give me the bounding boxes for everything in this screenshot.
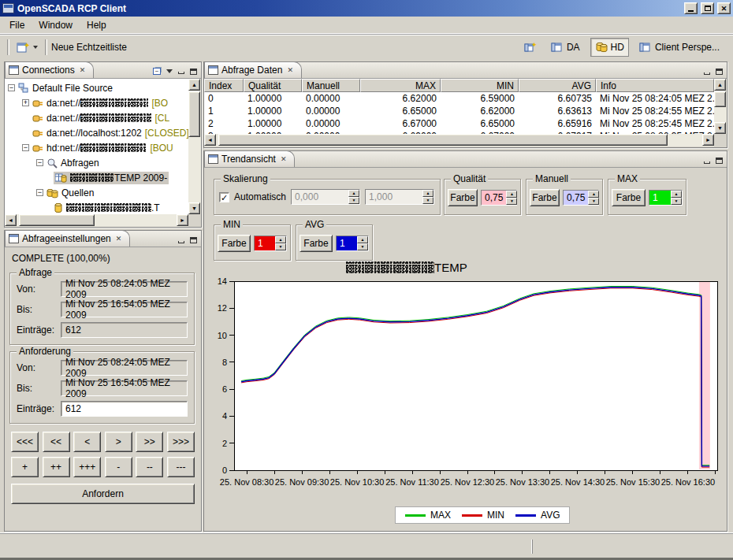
tree-item-temp-query[interactable]: TEMP 2009- [5,170,188,185]
tab-trendansicht[interactable]: Trendansicht ✕ [204,150,295,167]
expander-collapse-icon[interactable]: − [36,189,43,196]
spin-down-icon[interactable]: ▼ [275,243,286,250]
min-spinner[interactable]: 1 ▲▼ [254,235,287,251]
abfrage-eintraege-field[interactable]: 612 [61,322,188,338]
scroll-left-icon[interactable]: ◄ [204,134,216,146]
col-info[interactable]: Info [596,79,714,92]
nav-last-button[interactable]: >>> [167,432,195,452]
nav-back-button[interactable]: < [73,432,101,452]
avg-farbe-button[interactable]: Farbe [300,235,333,252]
expander-expand-icon[interactable]: + [22,99,29,106]
menu-window[interactable]: Window [32,18,79,32]
anforderung-eintraege-input[interactable]: 612 [61,401,188,417]
tree-item-abfragen[interactable]: − Abfragen [5,155,188,170]
dropdown-arrow-icon[interactable] [33,46,38,49]
zoom-out-3-button[interactable]: --- [167,457,195,477]
minimize-view-icon[interactable] [178,241,184,243]
avg-spinner[interactable]: 1 ▲▼ [336,235,369,251]
tree-item-quellen[interactable]: − Quellen [5,185,188,200]
automatisch-checkbox[interactable]: ✓ [219,192,229,202]
nav-fast-back-button[interactable]: << [43,432,70,452]
spin-up-icon[interactable]: ▲ [588,191,599,198]
zoom-out-button[interactable]: - [105,457,132,477]
anfordern-button[interactable]: Anfordern [11,484,195,504]
new-list-label[interactable]: Neue Echtzeitliste [51,42,127,53]
spin-down-icon[interactable]: ▼ [671,198,682,205]
perspective-client-button[interactable]: Client Perspe... [635,39,724,56]
qualitaet-farbe-button[interactable]: Farbe [448,189,478,206]
close-icon[interactable]: ✕ [80,66,86,74]
spin-down-icon[interactable]: ▼ [357,243,368,250]
scroll-right-icon[interactable]: ► [702,134,714,146]
expander-collapse-icon[interactable]: − [8,84,15,91]
anforderung-von-field[interactable]: Mi Nov 25 08:24:05 MEZ 2009 [61,360,188,376]
expander-collapse-icon[interactable]: − [22,144,29,151]
scroll-down-icon[interactable]: ▼ [188,202,200,214]
horizontal-scrollbar[interactable]: ◄ ► [204,134,714,146]
maximize-view-icon[interactable] [190,69,197,75]
scrollbar-thumb[interactable] [188,91,200,137]
scrollbar-thumb[interactable] [218,134,668,146]
nav-forward-button[interactable]: > [105,432,132,452]
tree-item-quelle-1[interactable]: .T [5,200,188,214]
col-manuell[interactable]: Manuell [302,79,360,92]
horizontal-scrollbar[interactable]: ◄ ► [5,214,188,227]
minimize-view-icon[interactable] [704,161,710,164]
table-row[interactable]: 0 1.00000 0.00000 6.62000 6.59000 6.6073… [204,92,714,105]
minimize-view-icon[interactable] [178,72,184,74]
max-spinner[interactable]: 1 ▲▼ [649,190,683,206]
vertical-scrollbar[interactable]: ▲ ▼ [714,79,727,134]
spin-up-icon[interactable]: ▲ [671,191,682,198]
close-button[interactable]: ✕ [717,2,731,14]
tree-item-hd-connection[interactable]: − hd:net:// [BOU [5,140,188,155]
scroll-right-icon[interactable]: ► [177,214,188,226]
new-perspective-button[interactable]: ✦ [520,39,541,56]
zoom-in-3-button[interactable]: +++ [73,457,101,477]
new-list-button[interactable]: ✦ [13,39,41,55]
col-max[interactable]: MAX [360,79,441,92]
expander-collapse-icon[interactable]: − [36,159,43,166]
tab-abfrage-daten[interactable]: Abfrage Daten ✕ [204,61,302,78]
close-icon[interactable]: ✕ [116,235,122,243]
spin-up-icon[interactable]: ▲ [275,236,286,243]
tree-item-da-localhost[interactable]: da:net://localhost:1202 [CLOSED] [5,125,188,140]
menu-file[interactable]: File [3,18,31,32]
abfrage-bis-field[interactable]: Mi Nov 25 16:54:05 MEZ 2009 [61,302,188,317]
anforderung-bis-field[interactable]: Mi Nov 25 16:54:05 MEZ 2009 [61,380,188,396]
close-icon[interactable]: ✕ [287,66,293,74]
nav-first-button[interactable]: <<< [11,432,39,452]
spin-down-icon[interactable]: ▼ [506,198,517,205]
zoom-out-2-button[interactable]: -- [136,457,163,477]
col-avg[interactable]: AVG [519,79,596,92]
tree-item-da-connection-2[interactable]: da:net:// [CL [5,110,188,125]
vertical-scrollbar[interactable]: ▲ ▼ [188,79,201,214]
scroll-up-icon[interactable]: ▲ [714,79,726,91]
spin-up-icon[interactable]: ▲ [422,190,433,197]
col-index[interactable]: Index [204,79,244,92]
maximize-button[interactable] [701,2,714,14]
abfrage-von-field[interactable]: Mi Nov 25 08:24:05 MEZ 2009 [61,281,188,297]
maximize-view-icon[interactable] [716,69,723,75]
menu-help[interactable]: Help [80,18,113,32]
minimize-button[interactable] [684,2,698,14]
col-qualitaet[interactable]: Qualität [244,79,302,92]
scrollbar-thumb[interactable] [714,91,726,107]
scale-max-spinner[interactable]: 1,000 ▲▼ [365,189,434,205]
manuell-spinner[interactable]: 0,75 ▲▼ [563,190,599,206]
close-icon[interactable]: ✕ [281,155,287,163]
scroll-left-icon[interactable]: ◄ [5,214,17,226]
spin-down-icon[interactable]: ▼ [588,198,599,205]
minimize-view-icon[interactable] [704,72,710,75]
maximize-view-icon[interactable] [716,158,723,164]
nav-fast-forward-button[interactable]: >> [136,432,163,452]
manuell-farbe-button[interactable]: Farbe [530,189,560,206]
table-row[interactable]: 2 1.00000 0.00000 6.67000 6.65000 6.6591… [204,117,714,130]
tab-abfrageeinstellungen[interactable]: Abfrageeinstellungen ✕ [5,230,130,247]
maximize-view-icon[interactable] [190,237,197,243]
zoom-in-button[interactable]: + [11,457,39,477]
spin-down-icon[interactable]: ▼ [348,197,359,204]
zoom-in-2-button[interactable]: ++ [43,457,70,477]
view-menu-icon[interactable] [166,69,173,73]
max-farbe-button[interactable]: Farbe [612,189,646,206]
perspective-hd-button[interactable]: HD [590,38,629,57]
